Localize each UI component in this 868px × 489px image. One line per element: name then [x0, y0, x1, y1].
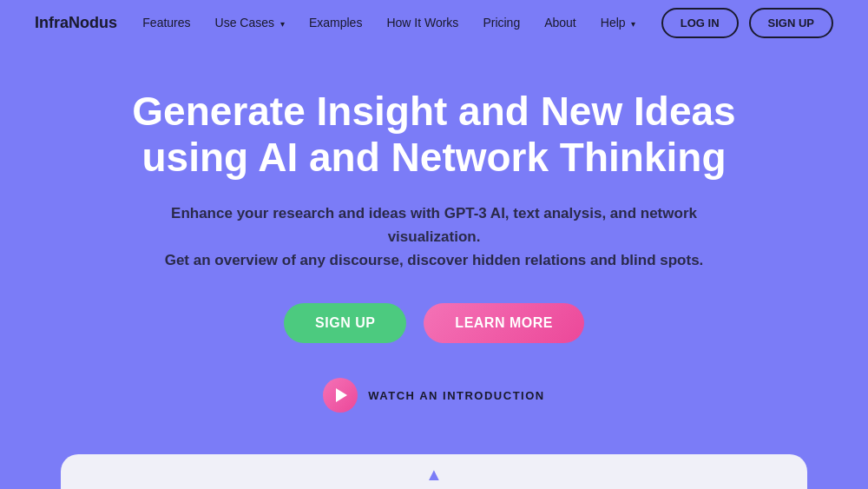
brand-logo[interactable]: InfraNodus [35, 14, 117, 32]
navbar: InfraNodus Features Use Cases ▾ Examples… [0, 0, 868, 45]
learn-more-button[interactable]: LEARN MORE [424, 303, 584, 343]
watch-intro-label: WATCH AN INTRODUCTION [368, 389, 544, 402]
bottom-card: ▲ [61, 454, 807, 489]
hero-cta-buttons: SIGN UP LEARN MORE [284, 303, 584, 343]
nav-item-features[interactable]: Features [142, 15, 190, 30]
watch-intro-container[interactable]: WATCH AN INTRODUCTION [323, 378, 544, 413]
hero-section: Generate Insight and New Ideas using AI … [0, 45, 868, 444]
hero-subtitle: Enhance your research and ideas with GPT… [139, 202, 729, 273]
hero-title: Generate Insight and New Ideas using AI … [132, 89, 735, 181]
login-button[interactable]: LOG IN [661, 8, 739, 38]
page-wrapper: InfraNodus Features Use Cases ▾ Examples… [0, 0, 868, 489]
nav-auth-buttons: LOG IN SIGN UP [661, 8, 833, 38]
nav-item-use-cases[interactable]: Use Cases ▾ [215, 15, 285, 30]
nav-item-pricing[interactable]: Pricing [483, 15, 520, 30]
chevron-down-icon: ▾ [631, 19, 635, 29]
scroll-down-icon: ▲ [425, 465, 443, 485]
nav-item-how-it-works[interactable]: How It Works [386, 15, 458, 30]
nav-links: Features Use Cases ▾ Examples How It Wor… [142, 15, 635, 30]
nav-item-examples[interactable]: Examples [309, 15, 362, 30]
chevron-down-icon: ▾ [280, 19, 285, 29]
signup-nav-button[interactable]: SIGN UP [749, 8, 833, 38]
nav-item-help[interactable]: Help ▾ [601, 15, 636, 30]
play-button[interactable] [323, 378, 358, 413]
nav-item-about[interactable]: About [544, 15, 576, 30]
signup-hero-button[interactable]: SIGN UP [284, 303, 406, 343]
